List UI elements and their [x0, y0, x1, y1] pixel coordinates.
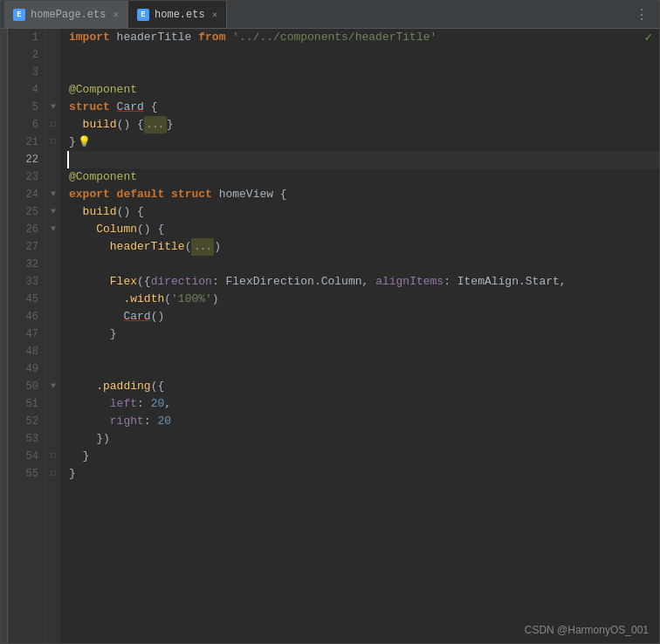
fn-column: Column	[96, 221, 137, 238]
keyword-export: export	[69, 186, 117, 203]
line-num-22: 22	[8, 151, 45, 168]
line-num-21: 21	[8, 134, 45, 151]
indent-52	[69, 413, 110, 430]
colon-52: :	[144, 413, 158, 430]
code-content: import headerTitle from '../../component…	[60, 29, 659, 643]
close-paren-27: )	[214, 238, 221, 256]
code-line-25: build() {	[69, 203, 659, 221]
indent-25	[69, 203, 83, 221]
line-num-4: 4	[8, 81, 45, 99]
brace-open-1: {	[144, 99, 158, 116]
line-num-5: 5	[8, 99, 45, 116]
code-line-53: })	[69, 430, 659, 448]
brace-50: {	[157, 378, 164, 395]
indent-53	[69, 430, 96, 448]
fold-24[interactable]: ▼	[46, 186, 60, 203]
line-num-6: 6	[8, 116, 45, 134]
fold-32	[46, 256, 60, 273]
code-line-47: }	[69, 325, 659, 343]
line-num-51: 51	[8, 395, 45, 413]
line-num-55: 55	[8, 465, 45, 483]
fold-indicators: ▼ □ □ ▼ ▼ ▼ ▼ □ □	[46, 29, 60, 643]
fn-card-underlined: Card	[123, 308, 150, 325]
string-path: '../../components/headerTitle'	[232, 29, 437, 46]
paren-27: (	[185, 238, 192, 256]
fn-build-2: build	[83, 203, 117, 221]
code-line-3	[69, 64, 659, 81]
fold-6[interactable]: □	[46, 116, 60, 134]
code-line-50: .padding({	[69, 378, 659, 395]
fold-55[interactable]: □	[46, 465, 60, 483]
fold-53	[46, 430, 60, 448]
code-line-49	[69, 360, 659, 378]
prop-left: left	[110, 395, 137, 413]
line-num-32: 32	[8, 256, 45, 273]
line-num-24: 24	[8, 186, 45, 203]
fold-marker-27[interactable]: ...	[191, 238, 214, 256]
fold-54[interactable]: □	[46, 448, 60, 465]
bulb-icon-21[interactable]: 💡	[78, 134, 91, 151]
line-numbers-gutter: 1 2 3 4 5 6 21 22 23 24 25 26 27 32 33 4…	[8, 29, 46, 643]
colon-33: :	[212, 273, 226, 291]
indent-47	[69, 325, 110, 343]
flexdirection-class: FlexDirection	[225, 273, 313, 291]
fold-21[interactable]: □	[46, 134, 60, 151]
more-tabs-button[interactable]: ⋮	[628, 6, 656, 24]
paren-45: (	[164, 291, 171, 308]
fn-flex: Flex	[110, 273, 137, 291]
fold-26[interactable]: ▼	[46, 221, 60, 238]
line-num-2: 2	[8, 46, 45, 64]
prop-right: right	[110, 413, 144, 430]
code-line-45: .width('100%')	[69, 291, 659, 308]
indent-26	[69, 221, 96, 238]
code-line-23: @Component	[69, 168, 659, 186]
tab-icon-2: E	[137, 9, 149, 21]
keyword-struct-1: struct	[69, 99, 117, 116]
keyword-from: from	[198, 29, 232, 46]
comma-33: ,	[362, 273, 376, 291]
fold-5[interactable]: ▼	[46, 99, 60, 116]
line-num-54: 54	[8, 448, 45, 465]
tab-close-1[interactable]: ✕	[113, 9, 119, 20]
code-line-33: Flex({direction: FlexDirection.Column, a…	[69, 273, 659, 291]
class-homeView: homeView	[219, 186, 280, 203]
comma-51: ,	[164, 395, 171, 413]
fold-25[interactable]: ▼	[46, 203, 60, 221]
fold-22	[46, 151, 60, 168]
code-line-27: headerTitle(...)	[69, 238, 659, 256]
code-line-48	[69, 343, 659, 360]
code-line-32	[69, 256, 659, 273]
paren-26: () {	[137, 221, 164, 238]
itemalign-start: Start	[526, 273, 560, 291]
tab-home-ets[interactable]: E home.ets ✕	[128, 1, 227, 28]
keyword-import: import	[69, 29, 117, 46]
keyword-default: default	[117, 186, 171, 203]
code-line-46: Card()	[69, 308, 659, 325]
code-line-52: right: 20	[69, 413, 659, 430]
tab-close-2[interactable]: ✕	[212, 9, 218, 20]
fold-marker-6[interactable]: ...	[144, 116, 167, 134]
close-45: )	[212, 291, 219, 308]
brace-33: {	[144, 273, 151, 291]
code-line-51: left: 20,	[69, 395, 659, 413]
close-brace-54: }	[83, 448, 90, 465]
line-num-49: 49	[8, 360, 45, 378]
string-100pct: '100%'	[171, 291, 212, 308]
dot2-33: .	[519, 273, 526, 291]
indent-33	[69, 273, 110, 291]
indent-45	[69, 291, 123, 308]
class-card: Card	[117, 99, 144, 116]
fold-4	[46, 81, 60, 99]
paren-6: ()	[117, 116, 137, 134]
indent-27	[69, 238, 110, 256]
fold-45	[46, 291, 60, 308]
line-num-26: 26	[8, 221, 45, 238]
tab-homepage-ets[interactable]: E homePage.ets ✕	[4, 1, 128, 28]
fold-50[interactable]: ▼	[46, 378, 60, 395]
folded-block-1: {	[137, 116, 144, 134]
code-line-54: }	[69, 448, 659, 465]
code-line-2	[69, 46, 659, 64]
fold-49	[46, 360, 60, 378]
value-20-right: 20	[157, 413, 171, 430]
indent-51	[69, 395, 110, 413]
